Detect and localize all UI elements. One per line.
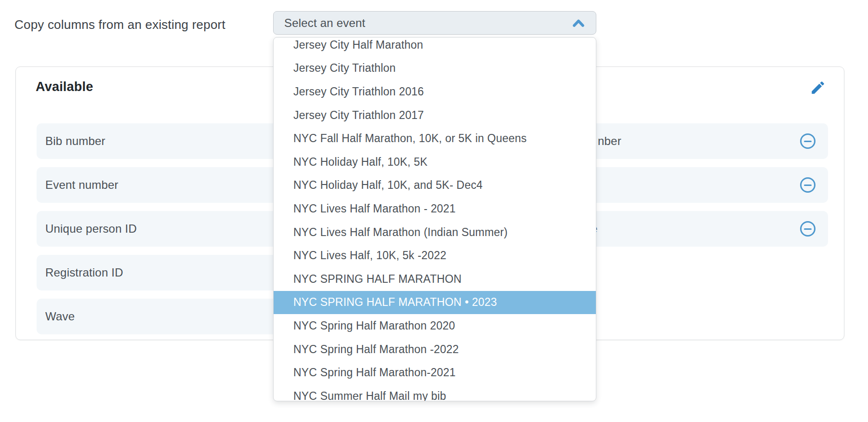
event-select-placeholder: Select an event — [284, 16, 365, 30]
dropdown-option[interactable]: Jersey City Triathlon — [274, 57, 596, 80]
minus-circle-icon[interactable] — [800, 133, 815, 149]
dropdown-option[interactable]: Jersey City Triathlon 2017 — [274, 104, 596, 127]
dropdown-option[interactable]: NYC Spring Half Marathon 2020 — [274, 314, 596, 338]
dropdown-option[interactable]: NYC Spring Half Marathon -2022 — [274, 338, 596, 361]
pencil-icon — [810, 79, 826, 96]
dropdown-option[interactable]: Jersey City Half Marathon — [274, 37, 596, 57]
dropdown-option[interactable]: NYC Fall Half Marathon, 10K, or 5K in Qu… — [274, 127, 596, 150]
page: Copy columns from an existing report Sel… — [0, 0, 868, 422]
dropdown-option[interactable]: NYC Lives Half, 10K, 5k -2022 — [274, 244, 596, 267]
dropdown-option[interactable]: Jersey City Triathlon 2016 — [274, 80, 596, 104]
available-row-label: Wave — [45, 299, 75, 334]
dropdown-option-highlighted[interactable]: NYC SPRING HALF MARATHON • 2023 — [274, 291, 596, 315]
event-select[interactable]: Select an event — [273, 11, 596, 35]
dropdown-option[interactable]: NYC Holiday Half, 10K, and 5K- Dec4 — [274, 174, 596, 198]
dropdown-option[interactable]: NYC Summer Half Mail my bib — [274, 384, 596, 401]
copy-columns-label: Copy columns from an existing report — [14, 14, 225, 35]
dropdown-option[interactable]: NYC Lives Half Marathon (Indian Summer) — [274, 221, 596, 244]
minus-circle-icon[interactable] — [800, 221, 815, 237]
event-dropdown-list: Jersey City Half Marathon Jersey City Tr… — [273, 37, 596, 401]
selected-row-label: nber — [598, 123, 621, 159]
available-row-label: Registration ID — [45, 255, 123, 290]
dropdown-option[interactable]: NYC Spring Half Marathon-2021 — [274, 361, 596, 384]
panel-title: Available — [36, 79, 93, 94]
available-row-label: Event number — [45, 167, 118, 203]
edit-columns-button[interactable] — [810, 79, 826, 96]
chevron-up-icon[interactable] — [573, 19, 584, 27]
dropdown-option[interactable]: NYC Holiday Half, 10K, 5K — [274, 150, 596, 174]
dropdown-option[interactable]: NYC SPRING HALF MARATHON — [274, 267, 596, 291]
event-dropdown-items: Jersey City Half Marathon Jersey City Tr… — [274, 37, 596, 401]
dropdown-option[interactable]: NYC Lives Half Marathon - 2021 — [274, 197, 596, 221]
available-row-label: Unique person ID — [45, 211, 137, 247]
available-row-label: Bib number — [45, 123, 105, 159]
minus-circle-icon[interactable] — [800, 177, 815, 193]
